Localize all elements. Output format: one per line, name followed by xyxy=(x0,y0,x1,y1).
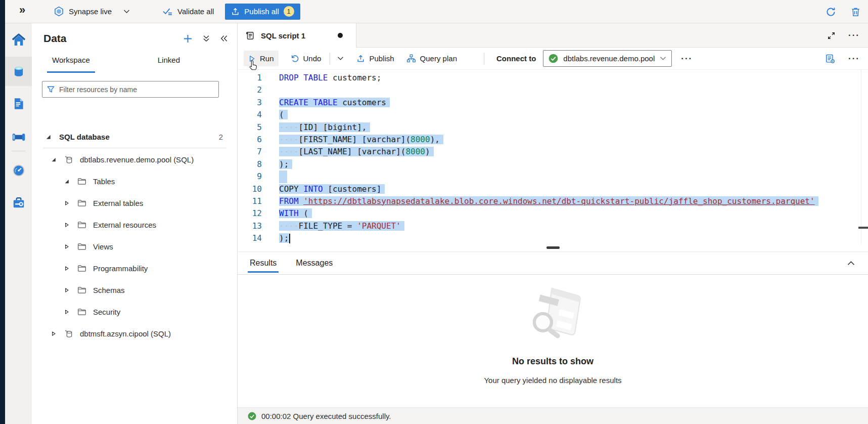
publish-button[interactable]: Publish xyxy=(352,51,398,66)
tab-results[interactable]: Results xyxy=(248,254,279,272)
line-number: 14 xyxy=(238,232,262,244)
integrate-pipeline-icon xyxy=(11,131,26,144)
nav-data[interactable] xyxy=(5,57,32,86)
twisty-collapsed-icon[interactable] xyxy=(64,244,69,249)
data-panel: Data Workspace Linked xyxy=(32,23,238,424)
pool-name: dbtlabs.revenue.demo.pool xyxy=(563,54,655,63)
tree-item-views[interactable]: Views xyxy=(32,236,237,258)
nav-home[interactable] xyxy=(5,25,32,55)
connect-to-label: Connect to xyxy=(496,54,536,63)
sql-code-editor[interactable]: 1DROP TABLE customers;23CREATE TABLE cus… xyxy=(238,70,868,244)
tab-more-actions-icon[interactable]: ··· xyxy=(848,30,860,40)
line-content xyxy=(279,171,287,183)
code-line-10[interactable]: 10COPY INTO [customers] xyxy=(238,183,868,195)
tree-item-label: dbtlabs.revenue.demo.pool (SQL) xyxy=(80,155,194,164)
tree-item-programmability[interactable]: Programmability xyxy=(32,258,237,279)
results-tab-bar: Results Messages xyxy=(238,251,868,275)
twisty-collapsed-icon[interactable] xyxy=(64,200,69,206)
code-line-12[interactable]: 12WITH ( xyxy=(238,207,868,220)
tree-item-tables[interactable]: Tables xyxy=(32,171,237,192)
nav-monitor[interactable] xyxy=(5,156,32,185)
run-play-icon xyxy=(248,55,256,63)
code-line-13[interactable]: 13····FILE_TYPE = 'PARQUET' xyxy=(238,220,868,232)
collapse-results-chevron-icon[interactable] xyxy=(847,261,855,266)
nav-rail xyxy=(5,23,32,424)
results-panel: No results to show Your query yielded no… xyxy=(238,275,868,407)
rail-divider xyxy=(12,151,25,151)
tree-item-security[interactable]: Security xyxy=(32,301,237,323)
folder-icon xyxy=(77,221,86,229)
filter-resources-input[interactable] xyxy=(59,86,214,94)
synapse-live-icon xyxy=(54,6,64,17)
toolbar-more-icon[interactable]: ··· xyxy=(681,54,693,64)
expand-editor-icon[interactable] xyxy=(828,32,835,39)
add-resource-button[interactable] xyxy=(183,34,193,44)
twisty-collapsed-icon[interactable] xyxy=(51,331,56,336)
pool-select-dropdown[interactable]: dbtlabs.revenue.demo.pool xyxy=(543,50,672,67)
twisty-expanded-icon[interactable] xyxy=(64,179,69,184)
document-tab-bar: SQL script 1 ··· xyxy=(238,23,868,48)
tree-section-sql-database[interactable]: SQL database 2 xyxy=(32,126,237,147)
code-line-1[interactable]: 1DROP TABLE customers; xyxy=(238,72,868,84)
code-line-3[interactable]: 3CREATE TABLE customers xyxy=(238,97,868,109)
code-line-14[interactable]: 14); xyxy=(238,232,868,244)
line-content: ····[ID] [bigint], xyxy=(279,121,370,134)
line-number: 9 xyxy=(238,171,262,183)
sql-script-icon xyxy=(245,31,255,40)
twisty-collapsed-icon[interactable] xyxy=(64,309,69,315)
validate-all-button[interactable]: Validate all xyxy=(162,7,214,16)
twisty-expanded-icon[interactable] xyxy=(51,157,56,162)
twisty-collapsed-icon[interactable] xyxy=(64,287,69,293)
tab-workspace[interactable]: Workspace xyxy=(46,52,96,72)
editor-more-icon[interactable]: ··· xyxy=(848,54,860,64)
results-splitter[interactable] xyxy=(238,244,868,251)
expand-all-icon[interactable] xyxy=(202,34,210,43)
nav-develop[interactable] xyxy=(5,89,32,118)
collapse-panel-icon[interactable] xyxy=(220,34,228,43)
code-line-11[interactable]: 11FROM 'https://dbtlabsynapsedatalake.bl… xyxy=(238,195,868,207)
tab-messages[interactable]: Messages xyxy=(294,254,335,272)
tab-sql-script-1[interactable]: SQL script 1 xyxy=(238,23,356,48)
twisty-collapsed-icon[interactable] xyxy=(64,266,69,271)
code-line-8[interactable]: 8); xyxy=(238,158,868,171)
twisty-collapsed-icon[interactable] xyxy=(64,222,69,228)
code-line-5[interactable]: 5····[ID] [bigint], xyxy=(238,121,868,134)
tree-item-label: dbtmsft.azsyn.cipool (SQL) xyxy=(80,329,171,338)
toolbar-divider xyxy=(330,53,330,65)
run-options-chevron-icon[interactable] xyxy=(334,53,347,64)
nav-integrate[interactable] xyxy=(5,122,32,152)
code-line-2[interactable]: 2 xyxy=(238,84,868,96)
code-line-4[interactable]: 4( xyxy=(238,109,868,121)
refresh-icon[interactable] xyxy=(826,7,836,17)
discard-trash-icon[interactable] xyxy=(850,7,861,17)
no-results-subtitle: Your query yielded no displayable result… xyxy=(238,376,868,385)
tree-item-schemas[interactable]: Schemas xyxy=(32,279,237,301)
expand-rail-button[interactable]: » xyxy=(19,4,25,17)
splitter-grip[interactable] xyxy=(546,246,560,249)
folder-icon xyxy=(77,286,86,294)
tree-item-external-resources[interactable]: External resources xyxy=(32,214,237,236)
tree-item-dbtmsft-azsyn-cipool-sql[interactable]: dbtmsft.azsyn.cipool (SQL) xyxy=(32,323,237,345)
section-count: 2 xyxy=(219,133,223,141)
query-plan-label: Query plan xyxy=(420,54,457,63)
code-line-9[interactable]: 9 xyxy=(238,171,868,183)
twisty-expanded-icon[interactable] xyxy=(45,134,51,140)
nav-manage[interactable] xyxy=(5,188,32,218)
line-number: 12 xyxy=(238,207,262,220)
editor-scrollbar-thumb[interactable] xyxy=(858,227,868,229)
line-content: ····FILE_TYPE = 'PARQUET' xyxy=(279,220,404,232)
undo-button[interactable]: Undo xyxy=(286,51,326,66)
tree-item-external-tables[interactable]: External tables xyxy=(32,192,237,214)
folder-icon xyxy=(77,265,86,272)
query-plan-button[interactable]: Query plan xyxy=(402,51,462,66)
line-content: FROM 'https://dbtlabsynapsedatalake.blob… xyxy=(279,195,818,207)
git-mode-selector[interactable]: Synapse live xyxy=(54,6,130,17)
tab-linked[interactable]: Linked xyxy=(152,52,186,72)
editor-settings-icon[interactable] xyxy=(825,54,835,64)
publish-all-button[interactable]: Publish all 1 xyxy=(225,4,300,20)
text-caret xyxy=(289,234,290,243)
code-line-6[interactable]: 6····[FIRST_NAME] [varchar](8000), xyxy=(238,134,868,146)
run-button[interactable]: Run xyxy=(244,51,279,66)
tree-item-dbtlabs-revenue-demo-pool-sql[interactable]: dbtlabs.revenue.demo.pool (SQL) xyxy=(32,149,237,171)
code-line-7[interactable]: 7····[LAST_NAME] [varchar](8000) xyxy=(238,146,868,158)
